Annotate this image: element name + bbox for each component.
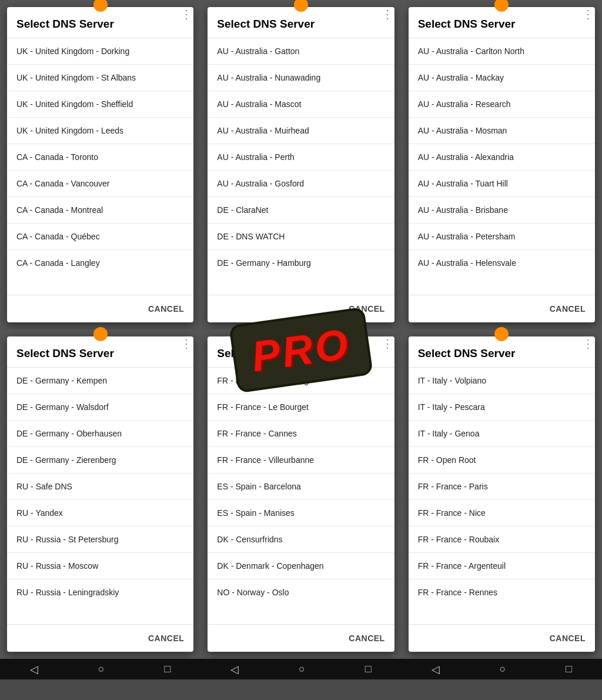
dialog-list: AU - Australia - Carlton NorthAU - Austr… <box>409 38 595 295</box>
recent-icon[interactable]: □ <box>165 663 171 675</box>
list-item[interactable]: FR - France - Cannes <box>208 421 394 447</box>
list-item[interactable]: AU - Australia - Muirhead <box>208 118 394 144</box>
list-item[interactable]: AU - Australia - Tuart Hill <box>409 171 595 197</box>
list-item[interactable]: DE - ClaraNet <box>208 197 394 224</box>
menu-dots-icon[interactable]: ⋮ <box>382 338 393 349</box>
list-item[interactable]: RU - Yandex <box>7 500 193 526</box>
cancel-button[interactable]: CANCEL <box>550 304 586 314</box>
list-item[interactable]: AU - Australia - Brisbane <box>409 197 595 224</box>
menu-dots-icon[interactable]: ⋮ <box>180 8 192 20</box>
list-item[interactable]: AU - Australia - Petersham <box>409 224 595 250</box>
list-item[interactable]: FR - France - Nice <box>409 500 595 526</box>
menu-dots-icon[interactable]: ⋮ <box>382 8 393 20</box>
list-item[interactable]: AU - Australia - Alexandria <box>409 144 595 171</box>
home-icon-3[interactable]: ○ <box>499 663 506 675</box>
list-item[interactable]: RU - Russia - St Petersburg <box>7 526 193 553</box>
list-item[interactable]: ES - Spain - Barcelona <box>208 474 394 500</box>
home-icon[interactable]: ○ <box>98 663 105 675</box>
dialog-title: Select DNS Server <box>418 347 516 359</box>
list-item[interactable]: FR - France - Paris <box>409 474 595 500</box>
list-item[interactable]: FR - France - Strasbourg <box>208 368 394 394</box>
list-item[interactable]: FR - France - Rennes <box>409 579 595 605</box>
cell-6: ⋮Select DNS ServerIT - Italy - VolpianoI… <box>402 329 602 659</box>
list-item[interactable]: FR - Open Root <box>409 447 595 474</box>
cancel-button[interactable]: CANCEL <box>349 634 384 643</box>
dialog-footer: CANCEL <box>409 295 595 322</box>
list-item[interactable]: CA - Canada - Toronto <box>7 144 193 171</box>
list-item[interactable]: AU - Australia - Nunawading <box>208 65 394 91</box>
list-item[interactable]: FR - France - Roubaix <box>409 526 595 553</box>
list-item[interactable]: FR - France - Le Bourget <box>208 394 394 421</box>
back-icon-3[interactable]: ◁ <box>432 663 440 676</box>
list-item[interactable]: CA - Canada - Vancouver <box>7 171 193 197</box>
list-item[interactable]: UK - United Kingdom - Leeds <box>7 118 193 144</box>
dialog-title: Select DNS Server <box>418 18 516 30</box>
back-icon[interactable]: ◁ <box>30 663 38 676</box>
list-item[interactable]: DE - Germany - Kempen <box>7 368 193 394</box>
dialog-title: Select DNS Server <box>16 347 114 359</box>
list-item[interactable]: IT - Italy - Pescara <box>409 394 595 421</box>
list-item[interactable]: RU - Safe DNS <box>7 474 193 500</box>
recent-icon-3[interactable]: □ <box>566 663 572 675</box>
cancel-button[interactable]: CANCEL <box>148 634 184 643</box>
list-item[interactable]: IT - Italy - Volpiano <box>409 368 595 394</box>
list-item[interactable]: FR - France - Villeurbanne <box>208 447 394 474</box>
list-item[interactable]: AU - Australia - Helensvale <box>409 250 595 276</box>
dialog-footer: CANCEL <box>208 295 394 322</box>
list-item[interactable]: AU - Australia - Mackay <box>409 65 595 91</box>
list-item[interactable]: UK - United Kingdom - St Albans <box>7 65 193 91</box>
list-item[interactable]: RU - Russia - Moscow <box>7 553 193 579</box>
dialog-title: Select DNS Server <box>217 18 315 30</box>
list-item[interactable]: RU - Russia - Leningradskiy <box>7 579 193 605</box>
list-item[interactable]: DE - Germany - Oberhausen <box>7 421 193 447</box>
dialog-list: IT - Italy - VolpianoIT - Italy - Pescar… <box>409 368 595 624</box>
dialog-footer: CANCEL <box>7 624 193 652</box>
list-item[interactable]: ES - Spain - Manises <box>208 500 394 526</box>
list-item[interactable]: CA - Canada - Québec <box>7 224 193 250</box>
list-item[interactable]: AU - Australia - Perth <box>208 144 394 171</box>
back-icon-2[interactable]: ◁ <box>230 663 239 676</box>
list-item[interactable]: CA - Canada - Montreal <box>7 197 193 224</box>
menu-dots-icon[interactable]: ⋮ <box>582 8 594 20</box>
dialog-list: DE - Germany - KempenDE - Germany - Wals… <box>7 368 193 624</box>
list-item[interactable]: CA - Canada - Langley <box>7 250 193 276</box>
dialog-footer: CANCEL <box>208 624 394 652</box>
list-item[interactable]: AU - Australia - Mascot <box>208 91 394 118</box>
list-item[interactable]: NO - Norway - Oslo <box>208 579 394 605</box>
nav-bar-top: ◁ ○ □ ◁ ○ □ ◁ ○ □ <box>0 659 602 679</box>
dialog-2: ⋮Select DNS ServerAU - Australia - Gatto… <box>208 7 394 322</box>
list-item[interactable]: DE - Germany - Walsdorf <box>7 394 193 421</box>
list-item[interactable]: DK - Denmark - Copenhagen <box>208 553 394 579</box>
dialog-list: FR - France - StrasbourgFR - France - Le… <box>208 368 394 624</box>
cell-5: ⋮Select DNS ServerFR - France - Strasbou… <box>200 329 401 659</box>
list-item[interactable]: DE - Germany - Hamburg <box>208 250 394 276</box>
home-icon-2[interactable]: ○ <box>299 663 305 675</box>
list-item[interactable]: AU - Australia - Gosford <box>208 171 394 197</box>
list-item[interactable]: AU - Australia - Carlton North <box>409 38 595 65</box>
dialog-1: ⋮Select DNS ServerUK - United Kingdom - … <box>7 7 193 322</box>
menu-dots-icon[interactable]: ⋮ <box>180 338 192 349</box>
list-item[interactable]: UK - United Kingdom - Sheffield <box>7 91 193 118</box>
recent-icon-2[interactable]: □ <box>365 663 372 675</box>
dialog-footer: CANCEL <box>7 295 193 322</box>
list-item[interactable]: FR - France - Argenteuil <box>409 553 595 579</box>
list-item[interactable]: DE - DNS WATCH <box>208 224 394 250</box>
list-item[interactable]: DK - Censurfridns <box>208 526 394 553</box>
dialog-list: AU - Australia - GattonAU - Australia - … <box>208 38 394 295</box>
menu-dots-icon[interactable]: ⋮ <box>582 338 594 349</box>
orange-dot <box>494 327 509 341</box>
list-item[interactable]: IT - Italy - Genoa <box>409 421 595 447</box>
dialog-6: ⋮Select DNS ServerIT - Italy - VolpianoI… <box>409 336 595 652</box>
list-item[interactable]: AU - Australia - Gatton <box>208 38 394 65</box>
cell-3: ⋮Select DNS ServerAU - Australia - Carlt… <box>402 0 602 329</box>
list-item[interactable]: AU - Australia - Research <box>409 91 595 118</box>
cancel-button[interactable]: CANCEL <box>148 304 184 314</box>
cancel-button[interactable]: CANCEL <box>550 634 586 643</box>
list-item[interactable]: UK - United Kingdom - Dorking <box>7 38 193 65</box>
dialog-title: Select DNS Server <box>217 347 315 359</box>
dialog-title: Select DNS Server <box>16 18 114 30</box>
list-item[interactable]: DE - Germany - Zierenberg <box>7 447 193 474</box>
cancel-button[interactable]: CANCEL <box>349 304 384 314</box>
list-item[interactable]: AU - Australia - Mosman <box>409 118 595 144</box>
orange-dot <box>93 327 108 341</box>
